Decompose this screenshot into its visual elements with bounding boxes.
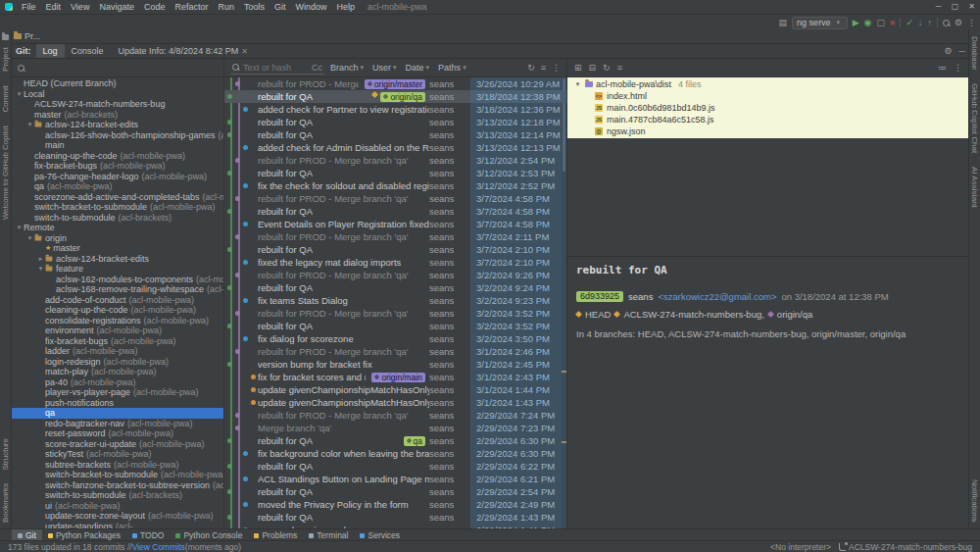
commit-row[interactable]: rebuilt for PROD - Merge branch 'qa'sean… <box>224 409 566 422</box>
branch-item-reset-password[interactable]: reset-password(acl-mobile-pwa) <box>11 428 223 439</box>
commit-row[interactable]: rebuilt for PROD - Merge branch 'qa'sean… <box>224 269 566 281</box>
commit-row[interactable]: update givenChampionshipMatchHasOnlyOneG… <box>224 383 566 396</box>
filter-date[interactable]: Date▾ <box>406 63 430 73</box>
branch-item-player-vs-player-page[interactable]: player-vs-player-page(acl-mobile-pwa) <box>11 387 223 398</box>
menu-git[interactable]: Git <box>270 2 291 12</box>
chevron-down-icon[interactable]: ▾ <box>15 224 24 231</box>
branch-item-consolidate-registrations[interactable]: consolidate-registrations(acl-mobile-pwa… <box>11 316 223 326</box>
commit-row[interactable]: Event Details on Player Registration fix… <box>224 218 566 230</box>
commit-search-field[interactable]: Text or hash Cc <box>230 61 324 75</box>
expand-all-icon[interactable]: ⊞ <box>574 63 582 73</box>
device-icon[interactable]: ▤ <box>779 15 788 30</box>
branch-item-aclsw-124-bracket-edits[interactable]: ▾aclsw-124-bracket-edits <box>11 120 223 130</box>
branch-item-pa-76-change-header-logo[interactable]: pa-76-change-header-logo(acl-mobile-pwa) <box>11 172 223 182</box>
chevron-down-icon[interactable]: ▾ <box>25 121 34 128</box>
branch-item-environment[interactable]: environment(acl-mobile-pwa) <box>11 326 223 336</box>
changed-file-main-4787cb84a6c51c58-js[interactable]: JSmain.4787cb84a6c51c58.js <box>567 114 969 125</box>
git-branch-widget[interactable]: ACLSW-274-match-numbers-bug <box>839 542 972 552</box>
menu-window[interactable]: Window <box>291 2 332 12</box>
branch-item-master[interactable]: ★master <box>11 243 223 254</box>
search-icon[interactable] <box>18 65 24 72</box>
commit-row[interactable]: version bump for bracket fixseans3/1/202… <box>224 358 566 371</box>
ref-label-origin-qa[interactable]: origin/qa <box>380 92 425 102</box>
refresh-icon[interactable]: ↻ <box>603 63 611 73</box>
menu-refactor[interactable]: Refactor <box>170 2 213 12</box>
branch-item-switch-bracket-to-submodule[interactable]: switch-bracket-to-submodule(acl-mobile-p… <box>11 202 223 213</box>
commit-row[interactable]: added check for Admin Disabled on the Re… <box>224 141 566 154</box>
branch-item-score-tracker-ui-update[interactable]: score-tracker-ui-update(acl-mobile-pwa) <box>11 439 223 450</box>
commit-row[interactable]: fix dialog for scorezoneseans3/2/2024 3:… <box>224 332 566 345</box>
branch-filter-input[interactable] <box>29 68 217 69</box>
branch-item-fix-bracket-bugs[interactable]: fix-bracket-bugs(acl-mobile-pwa) <box>11 161 223 172</box>
close-button[interactable]: ✕ <box>963 0 980 14</box>
changed-file-main-0c60b6d981bd14b9-js[interactable]: JSmain.0c60b6d981bd14b9.js <box>567 102 969 114</box>
commit-row[interactable]: rebuilt for QAseans3/7/2024 2:10 PM <box>224 243 566 256</box>
commit-check-icon[interactable]: ✓ <box>906 15 913 30</box>
branch-item-switch-to-submodule[interactable]: switch-to-submodule(acl-brackets) <box>11 213 223 224</box>
filter-branch[interactable]: Branch▾ <box>330 63 364 73</box>
toolwindow-project[interactable]: Project <box>1 47 10 72</box>
ref-name[interactable]: origin/qa <box>777 309 812 320</box>
branch-item-qa[interactable]: qa(acl-mobile-pwa) <box>11 181 223 192</box>
commit-row[interactable]: rebuilt for QAseans3/13/2024 12:18 PM <box>224 116 566 128</box>
show-details-icon[interactable]: ≔ <box>938 63 947 73</box>
commit-hash[interactable]: 6d933925 <box>576 291 623 302</box>
commit-row[interactable]: rebuilt for QAseans3/12/2024 2:53 PM <box>224 167 566 179</box>
filter-user[interactable]: User▾ <box>372 63 397 73</box>
ref-label-origin-master[interactable]: origin/master <box>365 79 425 89</box>
debug-button[interactable]: ◉ <box>864 15 872 30</box>
branch-item-ladder[interactable]: ladder(acl-mobile-pwa) <box>11 346 223 357</box>
update-project-button[interactable]: ↓ <box>918 15 923 30</box>
ref-name[interactable]: HEAD <box>585 309 611 320</box>
commit-row[interactable]: added check for Partner to view registra… <box>224 103 566 116</box>
branch-item-origin[interactable]: ▾origin <box>11 233 223 244</box>
intellisort-icon[interactable]: ≡ <box>541 63 546 73</box>
commit-row[interactable]: rebuilt for QAorigin/qaseans3/18/2024 12… <box>224 90 566 103</box>
commit-row[interactable]: rebuilt for PROD - Merge branch 'qa'sean… <box>224 192 566 205</box>
commit-row[interactable]: fix background color when leaving the br… <box>224 447 566 460</box>
branch-item-stickytest[interactable]: stickyTest(acl-mobile-pwa) <box>11 449 223 460</box>
chevron-right-icon[interactable]: ▸ <box>36 255 45 263</box>
close-tab-icon[interactable]: ✕ <box>238 47 248 56</box>
commit-row[interactable]: rebuilt for QAseans2/29/2024 1:43 PM <box>224 511 566 524</box>
commit-row[interactable]: fix the check for soldout and disabled r… <box>224 179 566 192</box>
maximize-button[interactable]: ▢ <box>947 0 963 14</box>
commit-row[interactable]: rebuilt for QAseans3/7/2024 4:58 PM <box>224 205 566 218</box>
commit-row[interactable]: rebuilt for PROD - Merge branch 'qa'orig… <box>224 77 566 90</box>
branch-item-main[interactable]: main <box>11 140 223 151</box>
commit-row[interactable]: Merge branch 'qa'seans2/29/2024 7:23 PM <box>224 422 566 434</box>
settings-gear-icon[interactable]: ⚙ <box>955 15 962 30</box>
menu-help[interactable]: Help <box>332 2 361 12</box>
branch-item-match-play[interactable]: match-play(acl-mobile-pwa) <box>11 367 223 377</box>
interpreter-widget[interactable]: <No interpreter> <box>770 542 831 552</box>
branch-item-subtree-brackets[interactable]: subtree-brackets(acl-mobile-pwa) <box>11 460 223 471</box>
panel-settings-gear-icon[interactable]: ⚙ <box>945 46 953 56</box>
changed-files-root[interactable]: ▾ acl-mobile-pwa\dist 4 files <box>567 78 969 90</box>
branch-item-switch-bracket-to-submodule[interactable]: switch-bracket-to-submodule(acl-mobile-p… <box>11 470 223 480</box>
search-everywhere-icon[interactable] <box>943 20 950 26</box>
toolwindow-structure[interactable]: Structure <box>1 438 10 470</box>
toolwindow-ai-assistant[interactable]: AI Assistant <box>970 167 979 208</box>
commit-row[interactable]: fix for bracket scores and revert chaori… <box>224 371 566 383</box>
branch-item-pa-40[interactable]: pa-40(acl-mobile-pwa) <box>11 377 223 388</box>
branch-item-ui[interactable]: ui(acl-mobile-pwa) <box>11 501 223 512</box>
branch-item-push-notifications[interactable]: push-notifications <box>11 398 223 409</box>
minimize-button[interactable]: ─ <box>930 0 947 14</box>
commit-row[interactable]: update givenChampionshipMatchHasOnlyOneG… <box>224 396 566 409</box>
toolwindow-notifications[interactable]: Notifications <box>970 479 979 523</box>
branch-item-cleaning-up-the-code[interactable]: cleaning-up-the-code(acl-mobile-pwa) <box>11 151 223 162</box>
commit-row[interactable]: rebuilt for PROD - Merge branch 'qa'sean… <box>224 345 566 358</box>
menu-edit[interactable]: Edit <box>41 2 67 12</box>
changed-file-ngsw-json[interactable]: {}ngsw.json <box>567 125 969 137</box>
more-options-icon[interactable]: ⋮ <box>954 63 962 73</box>
branch-item-aclsw-162-modules-to-components[interactable]: aclsw-162-modules-to-components(acl-mobi… <box>11 275 223 285</box>
project-tab[interactable]: Pr... <box>24 31 40 41</box>
branch-item-aclsw-124-bracket-edits[interactable]: ▸aclsw-124-bracket-edits <box>11 254 223 265</box>
log-options-icon[interactable]: ⋮ <box>552 63 561 73</box>
chevron-down-icon[interactable]: ▾ <box>36 265 45 273</box>
tab-log[interactable]: Log <box>36 44 65 58</box>
tab-update-info[interactable]: Update Info: 4/8/2024 8:42 PM✕ <box>112 44 255 58</box>
toolwindow-bookmarks[interactable]: Bookmarks <box>1 483 10 523</box>
branch-item-aclsw-126-show-both-championship-games[interactable]: aclsw-126-show-both-championship-games(a… <box>11 130 223 141</box>
branch-item-feature[interactable]: ▾feature <box>11 264 223 275</box>
